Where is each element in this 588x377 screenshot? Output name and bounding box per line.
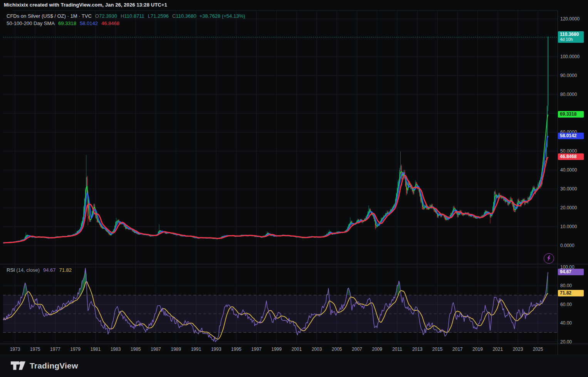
ohlc-label: O xyxy=(95,13,99,19)
ohlc-value: 110.8711 xyxy=(124,13,144,19)
rsi-legend: RSI (14, close)94.6771.82 xyxy=(7,267,72,273)
rsi-legend-label[interactable]: RSI (14, close) xyxy=(7,267,40,273)
symbol-legend: CFDs on Silver (US$ / OZ) · 1M · TVCO72.… xyxy=(7,13,245,19)
axis-badge-rsi-value: 94.67 xyxy=(558,269,584,275)
axis-badge-sma50: 69.3318 xyxy=(558,111,584,118)
sma-legend-label[interactable]: 50-100-200 Day SMA xyxy=(7,20,55,26)
brand-text: TradingView xyxy=(30,361,78,370)
ohlc-value: 110.3680 xyxy=(176,13,196,19)
rsi-value: 71.82 xyxy=(59,267,72,273)
axis-badge-sma100: 58.0142 xyxy=(558,133,584,139)
sma-value: 69.3318 xyxy=(58,20,76,26)
tradingview-logo-icon xyxy=(10,360,26,371)
ohlc-label: H xyxy=(121,13,124,19)
rsi-value: 94.67 xyxy=(43,267,56,273)
rsi-values: 94.6771.82 xyxy=(40,267,72,273)
sma-legend: 50-100-200 Day SMA69.331858.014246.8468 xyxy=(7,20,119,26)
axis-badge-last-price: 110.36804d 10h xyxy=(558,31,584,43)
ohlc-label: C xyxy=(172,13,176,19)
lightning-icon xyxy=(544,254,553,263)
sma-value: 58.0142 xyxy=(80,20,98,26)
brand-logo[interactable]: TradingView xyxy=(10,360,78,371)
sma-values: 69.331858.014246.8468 xyxy=(55,20,119,26)
time-axis[interactable] xyxy=(0,344,558,355)
ohlc-value: 71.2596 xyxy=(151,13,169,19)
footer-bar: TradingView xyxy=(0,355,588,377)
ohlc-label: L xyxy=(148,13,151,19)
axis-badge-sma200: 46.8468 xyxy=(558,153,584,160)
header-divider xyxy=(13,10,558,11)
attribution-text: Michixixix created with TradingView.com,… xyxy=(4,2,167,8)
chart-canvas[interactable] xyxy=(0,0,588,377)
sma-value: 46.8468 xyxy=(101,20,119,26)
sma-50-line xyxy=(3,114,548,243)
ohlc-value: 72.3930 xyxy=(99,13,117,19)
axis-badge-rsi-ma-value: 71.82 xyxy=(558,290,584,296)
tradingview-chart-export: Michixixix created with TradingView.com,… xyxy=(0,0,588,377)
change-value: +38.7628 (+54.13%) xyxy=(200,13,245,19)
lightning-button[interactable] xyxy=(544,253,554,264)
symbol-title[interactable]: CFDs on Silver (US$ / OZ) · 1M · TVC xyxy=(7,13,92,19)
ohlc-values: O72.3930H110.8711L71.2596C110.3680 xyxy=(92,13,197,19)
